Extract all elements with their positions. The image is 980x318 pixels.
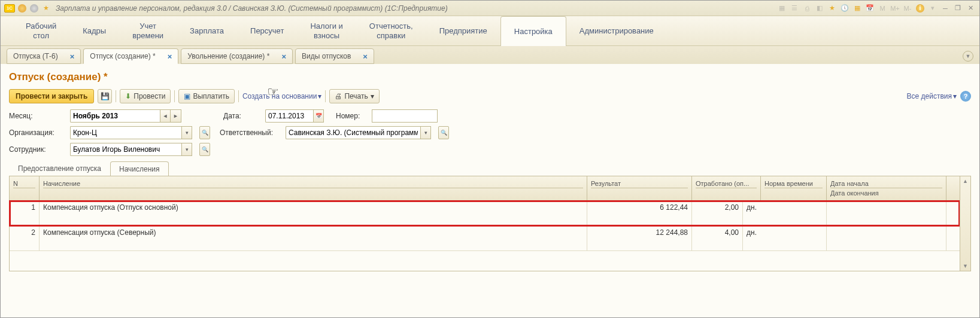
emp-input[interactable] [70,143,181,156]
resp-input[interactable] [286,126,420,139]
table-cell: 4,00 [692,226,743,250]
nav-item[interactable]: Предприятие [426,16,500,45]
nav-item[interactable]: Администрирование [566,16,667,45]
history-icon[interactable]: 🕔 [839,4,850,13]
forward-icon[interactable] [29,4,39,13]
doc-tabs: Отпуска (Т-6)×Отпуск (создание) *×Увольн… [1,46,979,64]
print-label: Печать [344,92,368,100]
doc-tab-label: Отпуска (Т-6) [13,52,58,60]
tb-btn-2[interactable]: ☰ [789,4,800,13]
col-worked-header[interactable]: Отработано (оп... [692,176,761,200]
post-button[interactable]: ⬇Провести [120,89,171,103]
back-icon[interactable] [17,4,27,13]
create-based-dropdown[interactable]: Создать на основании ▾ [242,92,322,100]
save-button[interactable]: 💾 [98,89,112,103]
table-row[interactable]: 1Компенсация отпуска (Отпуск основной)6 … [10,201,960,226]
number-input[interactable] [372,109,438,123]
tabs-more-button[interactable]: ▼ [963,51,973,62]
table-cell: 12 244,88 [587,226,692,250]
grid: N Начисление Результат Отработано (оп...… [9,176,971,271]
tab-close-icon[interactable]: × [363,52,368,61]
help-icon[interactable]: ? [960,91,971,102]
table-cell: Компенсация отпуска (Отпуск основной) [40,201,587,225]
table-cell [827,201,946,225]
minimize-icon[interactable]: ─ [940,4,951,13]
table-cell: Компенсация отпуска (Северный) [40,226,587,250]
org-label: Организация: [9,129,64,137]
page-title: Отпуск (создание) * [9,71,971,83]
org-input[interactable] [70,126,181,139]
resp-label: Ответственный: [220,129,280,137]
maximize-icon[interactable]: ❐ [952,4,963,13]
resp-search-button[interactable]: 🔍 [438,126,449,139]
all-actions-dropdown[interactable]: Все действия ▾ [907,92,957,100]
scroll-up-icon[interactable]: ▲ [960,176,970,186]
favorite-icon[interactable]: ★ [41,4,51,13]
col-n-header[interactable]: N [10,176,40,200]
table-row[interactable]: 2Компенсация отпуска (Северный)12 244,88… [10,226,960,251]
nav-item[interactable]: Учетвремени [119,16,177,45]
table-cell: дн. [743,201,761,225]
table-cell: 6 122,44 [587,201,692,225]
table-cell: 2 [10,226,40,250]
emp-dropdown-button[interactable]: ▾ [181,143,192,156]
post-and-close-button[interactable]: Провести и закрыть [9,89,94,103]
emp-search-button[interactable]: 🔍 [199,143,210,156]
doc-tab[interactable]: Отпуск (создание) *× [83,48,178,64]
all-actions-label: Все действия [907,92,952,100]
close-icon[interactable]: ✕ [965,4,976,13]
sub-tab[interactable]: Предоставление отпуска [9,161,110,176]
doc-tab-label: Отпуск (создание) * [90,52,155,60]
sub-tab[interactable]: Начисления [110,161,169,176]
month-input[interactable] [70,109,160,123]
tb-btn-4[interactable]: ◧ [814,4,825,13]
nav-item[interactable]: Зарплата [177,16,237,45]
nav-item[interactable]: Кадры [69,16,119,45]
tb-btn-3[interactable]: ⎙ [802,4,812,13]
tab-close-icon[interactable]: × [168,52,172,61]
info-icon[interactable]: i [915,4,926,13]
month-prev-button[interactable]: ◄ [160,109,171,123]
post-label: Провести [134,92,165,100]
doc-tab[interactable]: Увольнение (создание) *× [181,48,293,64]
pay-button[interactable]: ▣Выплатить [178,89,235,103]
dropdown-icon[interactable]: ▾ [927,4,938,13]
nav-item[interactable]: Персучет [237,16,297,45]
col-result-header[interactable]: Результат [587,176,692,200]
sub-tabs: Предоставление отпускаНачисления [9,161,971,176]
logo-1c-icon: 1C [4,4,15,13]
doc-tab[interactable]: Отпуска (Т-6)× [7,48,81,64]
org-search-button[interactable]: 🔍 [199,126,210,139]
nav-item[interactable]: Настройка [500,16,566,46]
tab-close-icon[interactable]: × [70,52,75,61]
col-name-header[interactable]: Начисление [40,176,587,200]
doc-tab-label: Увольнение (создание) * [187,52,269,60]
col-norm-header[interactable]: Норма времени [761,176,827,200]
star-icon[interactable]: ★ [827,4,838,13]
doc-tab[interactable]: Виды отпусков× [295,48,374,64]
pay-label: Выплатить [193,92,229,100]
calc-icon[interactable]: ▦ [852,4,863,13]
nav-item[interactable]: Налоги ивзносы [297,16,356,45]
col-date-header[interactable]: Дата начала Дата окончания [827,176,946,200]
m-plus-icon[interactable]: M+ [890,4,900,13]
month-label: Месяц: [9,112,64,120]
grid-scrollbar[interactable]: ▲ ▼ [960,176,970,271]
month-next-button[interactable]: ► [171,109,181,123]
scroll-down-icon[interactable]: ▼ [960,261,970,271]
print-button[interactable]: 🖨Печать ▾ [329,89,379,103]
nav-item[interactable]: Рабочийстол [13,16,69,45]
date-input[interactable] [265,109,313,123]
calendar-icon[interactable]: 📅 [864,4,875,13]
org-dropdown-button[interactable]: ▾ [181,126,192,139]
tb-btn-1[interactable]: ▦ [776,4,787,13]
date-picker-button[interactable]: 📅 [313,109,324,123]
tab-close-icon[interactable]: × [281,52,286,61]
m-minus-icon[interactable]: M- [902,4,913,13]
doc-tab-label: Виды отпусков [302,52,351,60]
m-icon[interactable]: M [877,4,888,13]
date-label: Дата: [223,112,259,120]
main-nav: РабочийстолКадрыУчетвремениЗарплатаПерсу… [1,16,979,46]
nav-item[interactable]: Отчетность,справки [356,16,426,45]
resp-dropdown-button[interactable]: ▾ [420,126,431,139]
